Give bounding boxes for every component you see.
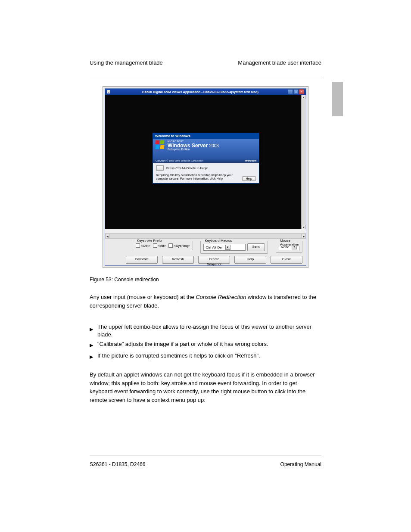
window-title: BX600 Digital KVM Viewer Application - B…	[112, 90, 258, 94]
remote-screen-area[interactable]: Welcome to Windows MICROSOFT Windows Ser…	[105, 95, 306, 229]
footer-right: Operating Manual	[280, 461, 321, 467]
mouse-accel-group: Mouse Acceleration None ▼	[276, 241, 302, 253]
keystroke-prefix-group: Keystroke Prefix <Ctrl> <Alt> <SysReq>	[133, 241, 193, 250]
list-item: ▶ The upper left combo-box allows to re-…	[90, 323, 321, 338]
bullet-arrow-icon: ▶	[90, 325, 93, 334]
bullet-list: ▶ The upper left combo-box allows to re-…	[90, 323, 321, 362]
window-controls: — □ ×	[288, 89, 304, 94]
kvm-screenshot: ▾ BX600 Digital KVM Viewer Application -…	[103, 86, 308, 268]
welcome-help-button[interactable]: Help	[242, 176, 256, 181]
keystroke-prefix-label: Keystroke Prefix	[136, 239, 163, 243]
minimize-button[interactable]: —	[288, 89, 293, 94]
close-viewer-button[interactable]: Close	[271, 256, 302, 264]
keyboard-macros-label: Keyboard Macros	[203, 239, 233, 243]
keyboard-macros-group: Keyboard Macros Ctrl-Alt-Del ▼ Send	[200, 241, 268, 254]
viewer-body: Welcome to Windows MICROSOFT Windows Ser…	[105, 95, 306, 265]
app-menu-icon[interactable]: ▾	[107, 90, 110, 93]
microsoft-brand: Microsoft	[245, 159, 256, 162]
windows-server-label: Windows Server 2003	[168, 143, 219, 148]
header-section-title: Using the management blade	[90, 59, 163, 66]
mouse-accel-label: Mouse Acceleration	[279, 239, 302, 246]
welcome-dialog: Welcome to Windows MICROSOFT Windows Ser…	[153, 133, 259, 184]
figure-caption: Figure 53: Console redirection	[90, 277, 159, 283]
body-paragraph-2: By default an applet windows can not get…	[90, 370, 321, 409]
sysreq-checkbox[interactable]: <SysReq>	[168, 243, 190, 248]
macro-dropdown[interactable]: Ctrl-Alt-Del ▼	[203, 244, 246, 251]
side-tab	[332, 82, 343, 116]
send-button[interactable]: Send	[247, 243, 265, 251]
copyright-row: Copyright © 1985-2003 Microsoft Corporat…	[153, 159, 259, 163]
calibrate-button[interactable]: Calibrate	[126, 256, 158, 264]
footer-left: S26361 - D1835, D2466	[90, 461, 145, 467]
checkbox-icon	[136, 243, 140, 248]
header-main-title: Management blade user interface	[238, 59, 321, 66]
ctrl-checkbox[interactable]: <Ctrl>	[136, 243, 150, 248]
checkbox-icon	[153, 243, 157, 248]
viewer-window: ▾ BX600 Digital KVM Viewer Application -…	[105, 88, 306, 266]
help-button[interactable]: Help	[234, 256, 266, 264]
scroll-right-arrow-icon[interactable]: ▶	[302, 234, 306, 238]
bullet-arrow-icon: ▶	[90, 341, 93, 350]
windows-logo-icon	[156, 140, 165, 150]
scroll-down-arrow-icon[interactable]: ▼	[302, 225, 306, 229]
secure-info-text: Requiring this key combination at startu…	[156, 174, 240, 181]
scroll-up-arrow-icon[interactable]: ▲	[302, 95, 306, 99]
bullet-arrow-icon: ▶	[90, 352, 93, 361]
list-item: ▶ If the picture is corrupted sometimes …	[90, 351, 321, 361]
horizontal-scrollbar[interactable]: ◀ ▶	[105, 233, 306, 238]
vertical-scrollbar[interactable]: ▲ ▼	[301, 95, 306, 229]
chevron-down-icon: ▼	[225, 245, 230, 250]
scroll-left-arrow-icon[interactable]: ◀	[105, 234, 109, 238]
welcome-dialog-title: Welcome to Windows	[153, 133, 259, 139]
welcome-brand-panel: MICROSOFT Windows Server 2003 Enterprise…	[153, 139, 259, 159]
footer-rule	[90, 455, 321, 455]
titlebar: ▾ BX600 Digital KVM Viewer Application -…	[105, 89, 306, 95]
refresh-button[interactable]: Refresh	[162, 256, 194, 264]
press-ctrl-alt-del-text: Press Ctrl-Alt-Delete to begin.	[166, 166, 209, 170]
create-snapshot-button[interactable]: Create Snapshot	[198, 256, 230, 264]
copyright-text: Copyright © 1985-2003 Microsoft Corporat…	[156, 159, 203, 162]
keyboard-icon	[156, 165, 164, 171]
maximize-button[interactable]: □	[293, 89, 299, 94]
welcome-body: Press Ctrl-Alt-Delete to begin. Requirin…	[153, 163, 259, 183]
controls-panel: Keystroke Prefix <Ctrl> <Alt> <SysReq> K…	[105, 238, 306, 265]
header-rule	[90, 76, 321, 76]
checkbox-icon	[168, 243, 173, 248]
list-item: ▶ "Calibrate" adjusts the image if a par…	[90, 339, 321, 350]
alt-checkbox[interactable]: <Alt>	[153, 243, 166, 248]
close-button[interactable]: ×	[299, 89, 304, 94]
body-paragraph-1: Any user input (mouse or keyboard) at th…	[90, 293, 321, 315]
document-page: Using the management blade Management bl…	[0, 0, 411, 532]
